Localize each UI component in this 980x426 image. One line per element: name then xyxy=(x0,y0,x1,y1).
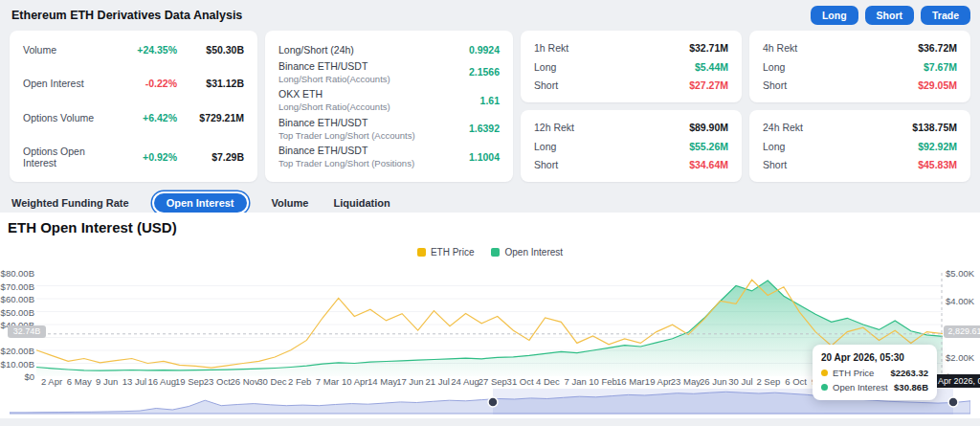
rekt-short-row: Short$29.05M xyxy=(763,79,957,91)
x-axis-tick-label: 6 Oct xyxy=(785,376,807,387)
tooltip-series-value: $30.86B xyxy=(894,382,928,392)
right-axis-tick-label: $2.00K xyxy=(946,352,974,363)
left-axis-tick-label: $0 xyxy=(0,371,34,382)
x-axis-tick-label: 21 Jul xyxy=(426,376,450,387)
tab-open-interest[interactable]: Open Interest xyxy=(154,193,247,213)
legend-label: Open Interest xyxy=(504,247,563,258)
x-axis-tick-label: 10 Apr xyxy=(342,376,368,387)
x-axis-tick-label: 2 Apr xyxy=(41,376,62,387)
main-chart[interactable] xyxy=(36,273,943,376)
rekt-long-row: Long$92.92M xyxy=(763,141,957,152)
navigator-handle-right[interactable] xyxy=(948,397,958,407)
volume-stats-card: Volume+24.35%$50.30BOpen Interest-0.22%$… xyxy=(10,31,257,182)
ratio-title: Long/Short (24h) xyxy=(278,44,354,56)
rekt-short-value: $45.83M xyxy=(918,159,957,170)
header-actions: LongShortTrade xyxy=(811,6,970,25)
tab-liquidation[interactable]: Liquidation xyxy=(333,197,390,209)
tooltip-series-dot-icon xyxy=(821,370,828,376)
rekt-period-label: 12h Rekt xyxy=(534,122,574,133)
ratio-label-group: OKX ETHLong/Short Ratio(Accounts) xyxy=(278,88,390,112)
ratio-value: 2.1566 xyxy=(469,66,500,78)
rekt-long-label: Long xyxy=(763,141,785,152)
rekt-total-value: $32.71M xyxy=(689,42,728,54)
x-axis-tick-label: 31 Oct xyxy=(507,376,534,387)
tab-volume[interactable]: Volume xyxy=(272,197,309,209)
rekt-card-24h: 24h Rekt$138.75MLong$92.92MShort$45.83M xyxy=(749,110,970,182)
rekt-period-label: 4h Rekt xyxy=(763,42,797,54)
ratio-label-group: Binance ETH/USDTTop Trader Long/Short (P… xyxy=(278,145,414,168)
ratio-value: 0.9924 xyxy=(469,44,500,56)
stat-row: Options Volume+6.42%$729.21M xyxy=(23,112,244,123)
x-axis-tick-label: 27 Sep xyxy=(479,376,507,387)
x-axis-tick-label: 7 Jan xyxy=(565,376,587,387)
stat-row: Options Open Interest+0.92%$7.29B xyxy=(23,146,244,168)
rekt-total-row: 4h Rekt$36.72M xyxy=(763,42,957,54)
rekt-short-value: $27.27M xyxy=(689,79,728,91)
chart-title: ETH Open Interest (USD) xyxy=(8,219,177,235)
long-short-ratio-card: Long/Short (24h)0.9924Binance ETH/USDTLo… xyxy=(265,31,513,182)
stat-row: Volume+24.35%$50.30B xyxy=(23,44,244,56)
x-axis-tick-label: 2 Feb xyxy=(288,376,311,387)
rekt-card-1h: 1h Rekt$32.71MLong$5.44MShort$27.27M xyxy=(521,31,742,102)
right-axis-tick-label: $5.00K xyxy=(946,268,974,279)
x-axis-tick-label: 24 Aug xyxy=(451,376,479,387)
ratio-title: Binance ETH/USDT xyxy=(278,117,415,128)
header-button-trade[interactable]: Trade xyxy=(921,6,970,25)
rekt-column-left: 1h Rekt$32.71MLong$5.44MShort$27.27M12h … xyxy=(521,31,742,182)
stat-value: $7.29B xyxy=(177,151,244,163)
rekt-period-label: 1h Rekt xyxy=(534,42,568,54)
rekt-long-value: $55.26M xyxy=(689,141,728,152)
rekt-total-row: 12h Rekt$89.90M xyxy=(534,122,728,133)
rekt-short-row: Short$27.27M xyxy=(534,79,728,91)
ratio-subtitle: Top Trader Long/Short (Positions) xyxy=(278,158,414,168)
left-axis-tick-label: $70.00B xyxy=(0,281,34,292)
stat-label: Open Interest xyxy=(23,78,118,89)
rekt-short-row: Short$45.83M xyxy=(763,159,957,170)
header-button-short[interactable]: Short xyxy=(865,6,914,25)
rekt-total-row: 1h Rekt$32.71M xyxy=(534,42,728,54)
rekt-long-row: Long$55.26M xyxy=(534,141,728,152)
ratio-title: Binance ETH/USDT xyxy=(278,145,414,156)
tooltip-row: Open Interest$30.86B xyxy=(821,382,928,392)
rekt-card-12h: 12h Rekt$89.90MLong$55.26MShort$34.64M xyxy=(521,110,742,182)
ratio-row: OKX ETHLong/Short Ratio(Accounts)1.61 xyxy=(278,88,500,112)
rekt-short-label: Short xyxy=(763,79,787,91)
ratio-value: 1.1004 xyxy=(469,151,500,163)
right-axis-tick-label: $4.00K xyxy=(946,296,974,306)
stat-label: Volume xyxy=(23,44,118,56)
stat-change: +24.35% xyxy=(118,44,177,56)
header-button-long[interactable]: Long xyxy=(811,6,858,25)
x-axis-tick-label: 19 Sep xyxy=(175,376,204,387)
legend-swatch-icon xyxy=(491,248,500,257)
tab-weighted-funding-rate[interactable]: Weighted Funding Rate xyxy=(11,197,129,209)
rekt-short-value: $34.64M xyxy=(689,159,728,170)
x-axis-tick-label: 26 Nov xyxy=(231,376,259,387)
chart-legend: ETH PriceOpen Interest xyxy=(0,247,980,258)
ratio-row: Binance ETH/USDTTop Trader Long/Short (A… xyxy=(278,117,500,141)
rekt-long-label: Long xyxy=(534,61,556,73)
x-axis-tick-label: 26 Jun xyxy=(700,376,727,387)
x-axis-tick-label: 16 Mar xyxy=(616,376,645,387)
tooltip-series-label: Open Interest xyxy=(833,382,894,392)
rekt-period-label: 24h Rekt xyxy=(763,122,803,133)
x-axis-tick-label: 10 Feb xyxy=(589,376,617,387)
ratio-row: Binance ETH/USDTLong/Short Ratio(Account… xyxy=(278,60,500,84)
ratio-row: Long/Short (24h)0.9924 xyxy=(278,44,500,56)
stat-label: Options Volume xyxy=(23,112,118,123)
legend-label: ETH Price xyxy=(431,247,475,258)
navigator-handle-left[interactable] xyxy=(488,397,498,407)
left-axis-crosshair-badge: 32.74B xyxy=(8,325,46,338)
chart-panel: ETH Open Interest (USD) ETH PriceOpen In… xyxy=(0,213,980,418)
rekt-long-row: Long$5.44M xyxy=(534,61,728,73)
legend-item-eth-price: ETH Price xyxy=(417,247,475,258)
left-axis-tick-label: $60.00B xyxy=(0,294,34,304)
stat-change: +0.92% xyxy=(118,151,177,163)
rekt-short-label: Short xyxy=(763,159,787,170)
left-axis-tick-label: $10.00B xyxy=(0,359,34,370)
stat-label: Options Open Interest xyxy=(23,146,118,168)
stat-row: Open Interest-0.22%$31.12B xyxy=(23,78,244,89)
rekt-column-right: 4h Rekt$36.72MLong$7.67MShort$29.05M24h … xyxy=(749,31,970,182)
x-axis-tick-label: 13 Jul xyxy=(122,376,146,387)
tooltip-row: ETH Price$2263.32 xyxy=(821,368,928,378)
ratio-label-group: Long/Short (24h) xyxy=(278,44,354,56)
